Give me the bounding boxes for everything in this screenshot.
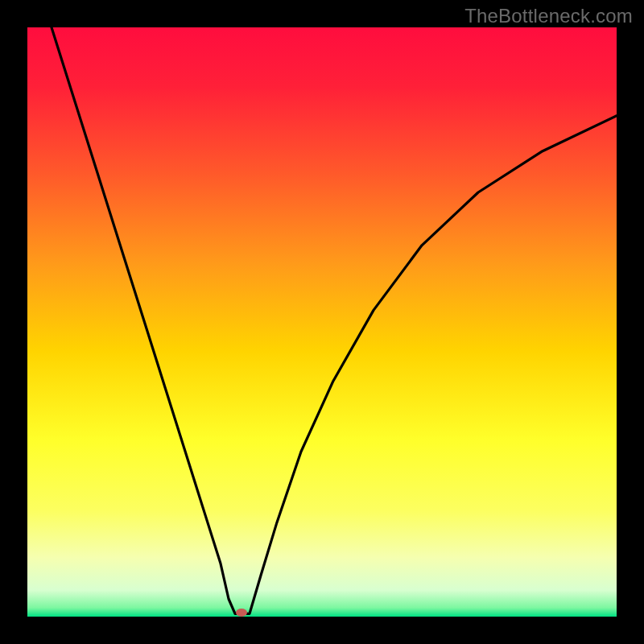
plot-area xyxy=(27,27,617,617)
optimal-point-marker xyxy=(236,609,247,617)
watermark-text: TheBottleneck.com xyxy=(464,5,633,27)
bottleneck-curve xyxy=(27,27,617,617)
chart-frame: TheBottleneck.com xyxy=(0,0,644,644)
